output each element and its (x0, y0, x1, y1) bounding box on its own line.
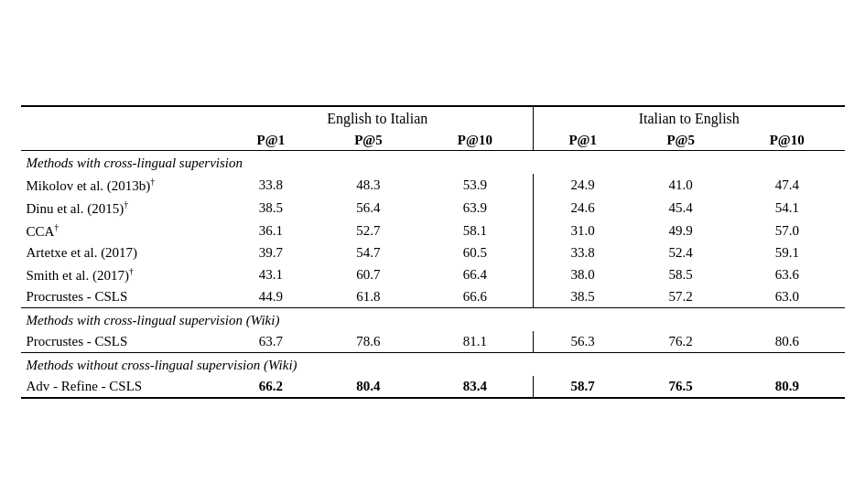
value-cell: 48.3 (319, 174, 417, 197)
value-cell: 31.0 (533, 220, 632, 242)
value-cell: 24.6 (533, 197, 632, 220)
en-it-p1-header: P@1 (222, 131, 320, 151)
en-it-p5-header: P@5 (319, 131, 417, 151)
table-row: Artetxe et al. (2017)39.754.760.533.852.… (21, 242, 845, 263)
value-cell: 33.8 (533, 242, 632, 263)
value-cell: 80.4 (319, 376, 417, 398)
value-cell: 49.9 (632, 220, 730, 242)
value-cell: 78.6 (319, 331, 417, 353)
it-en-p1-header: P@1 (533, 131, 632, 151)
method-name-cell: Dinu et al. (2015)† (21, 197, 222, 220)
it-en-p10-header: P@10 (730, 131, 844, 151)
method-name-cell: Mikolov et al. (2013b)† (21, 174, 222, 197)
value-cell: 76.2 (632, 331, 730, 353)
method-name-cell: Procrustes - CSLS (21, 331, 222, 353)
value-cell: 59.1 (730, 242, 844, 263)
value-cell: 43.1 (222, 263, 320, 286)
value-cell: 53.9 (417, 174, 534, 197)
method-name-cell: CCA† (21, 220, 222, 242)
table-row: Smith et al. (2017)†43.160.766.438.058.5… (21, 263, 845, 286)
value-cell: 56.3 (533, 331, 632, 353)
value-cell: 66.2 (222, 376, 320, 398)
header-group-row: English to Italian Italian to English (21, 106, 845, 131)
value-cell: 58.1 (417, 220, 534, 242)
value-cell: 61.8 (319, 286, 417, 308)
value-cell: 60.5 (417, 242, 534, 263)
table-container: English to Italian Italian to English P@… (21, 105, 845, 399)
value-cell: 52.4 (632, 242, 730, 263)
value-cell: 54.1 (730, 197, 844, 220)
table-body: Methods with cross-lingual supervisionMi… (21, 151, 845, 399)
value-cell: 76.5 (632, 376, 730, 398)
en-it-p10-header: P@10 (417, 131, 534, 151)
table-row: Dinu et al. (2015)†38.556.463.924.645.45… (21, 197, 845, 220)
value-cell: 52.7 (319, 220, 417, 242)
value-cell: 38.0 (533, 263, 632, 286)
method-name-cell: Adv - Refine - CSLS (21, 376, 222, 398)
value-cell: 83.4 (417, 376, 534, 398)
table-row: Procrustes - CSLS44.961.866.638.557.263.… (21, 286, 845, 308)
value-cell: 41.0 (632, 174, 730, 197)
value-cell: 63.7 (222, 331, 320, 353)
table-row: Procrustes - CSLS63.778.681.156.376.280.… (21, 331, 845, 353)
value-cell: 36.1 (222, 220, 320, 242)
value-cell: 47.4 (730, 174, 844, 197)
table-row: Mikolov et al. (2013b)†33.848.353.924.94… (21, 174, 845, 197)
value-cell: 58.5 (632, 263, 730, 286)
empty-header (21, 106, 222, 131)
value-cell: 54.7 (319, 242, 417, 263)
value-cell: 63.6 (730, 263, 844, 286)
value-cell: 24.9 (533, 174, 632, 197)
method-name-cell: Artetxe et al. (2017) (21, 242, 222, 263)
value-cell: 66.6 (417, 286, 534, 308)
value-cell: 57.0 (730, 220, 844, 242)
english-to-italian-header: English to Italian (222, 106, 534, 131)
section-header-row: Methods without cross-lingual supervisio… (21, 353, 845, 377)
section-header-row: Methods with cross-lingual supervision (21, 151, 845, 175)
value-cell: 33.8 (222, 174, 320, 197)
col-header-row: P@1 P@5 P@10 P@1 P@5 P@10 (21, 131, 845, 151)
section-header-row: Methods with cross-lingual supervision (… (21, 308, 845, 332)
value-cell: 39.7 (222, 242, 320, 263)
method-name-cell: Procrustes - CSLS (21, 286, 222, 308)
table-row: Adv - Refine - CSLS66.280.483.458.776.58… (21, 376, 845, 398)
method-name-cell: Smith et al. (2017)† (21, 263, 222, 286)
value-cell: 80.9 (730, 376, 844, 398)
italian-to-english-header: Italian to English (533, 106, 844, 131)
value-cell: 58.7 (533, 376, 632, 398)
value-cell: 81.1 (417, 331, 534, 353)
value-cell: 60.7 (319, 263, 417, 286)
value-cell: 38.5 (533, 286, 632, 308)
value-cell: 80.6 (730, 331, 844, 353)
value-cell: 38.5 (222, 197, 320, 220)
value-cell: 63.0 (730, 286, 844, 308)
value-cell: 66.4 (417, 263, 534, 286)
it-en-p5-header: P@5 (632, 131, 730, 151)
results-table: English to Italian Italian to English P@… (21, 105, 845, 399)
method-col-header (21, 131, 222, 151)
table-row: CCA†36.152.758.131.049.957.0 (21, 220, 845, 242)
value-cell: 63.9 (417, 197, 534, 220)
value-cell: 44.9 (222, 286, 320, 308)
value-cell: 45.4 (632, 197, 730, 220)
value-cell: 56.4 (319, 197, 417, 220)
value-cell: 57.2 (632, 286, 730, 308)
